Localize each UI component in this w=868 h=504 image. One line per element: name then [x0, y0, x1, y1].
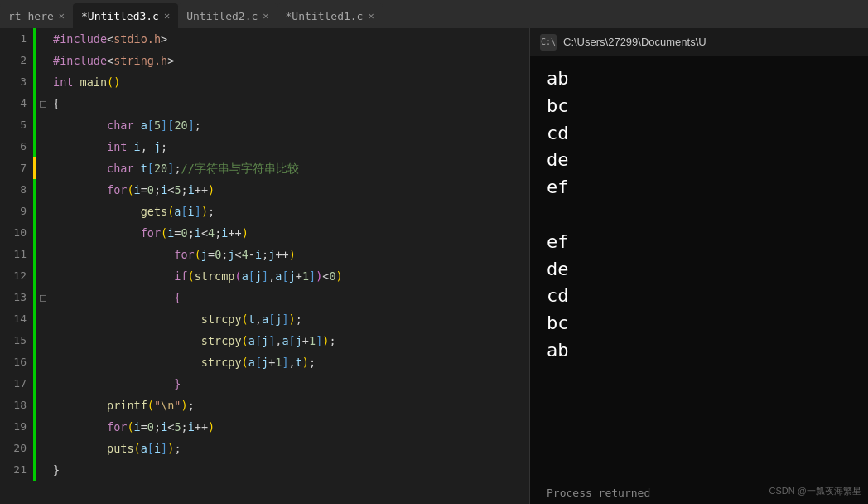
code-line-2: #include<string.h> [53, 50, 529, 71]
tab-start[interactable]: rt here ✕ [0, 3, 73, 28]
line-num-17: 17 [0, 373, 33, 395]
code-line-1: #include<stdio.h> [53, 28, 529, 50]
code-line-20: puts(a[i]); [53, 438, 529, 459]
code-line-7: char t[20];//字符串与字符串比较 [53, 158, 529, 179]
fold-7 [36, 158, 50, 179]
tab-start-close[interactable]: ✕ [59, 10, 65, 22]
code-line-17: } [53, 373, 529, 395]
line-num-3: 3 [0, 71, 33, 93]
fold-14 [36, 308, 50, 330]
terminal-icon: C:\ [540, 34, 557, 51]
code-line-9: gets(a[i]); [53, 201, 529, 222]
watermark: CSDN @一瓢夜海繁星 [769, 485, 861, 497]
line-num-14: 14 [0, 308, 33, 330]
tab-bar: rt here ✕ *Untitled3.c ✕ Untitled2.c ✕ *… [0, 0, 868, 28]
tab-untitled1[interactable]: *Untitled1.c ✕ [277, 3, 383, 28]
line-num-21: 21 [0, 459, 33, 481]
fold-19 [36, 416, 50, 438]
fold-3 [36, 71, 50, 93]
line-num-7: 7 [0, 158, 33, 179]
include-kw-1: #include [53, 32, 107, 46]
fold-4[interactable]: □ [36, 93, 50, 114]
line-num-12: 12 [0, 265, 33, 287]
main-fn: main [80, 75, 108, 89]
main-content: 1 2 3 4 5 6 7 8 9 10 11 12 13 14 15 16 1… [0, 28, 868, 504]
terminal-out-6: ef [547, 230, 851, 255]
terminal-out-3: cd [547, 121, 851, 147]
line-num-11: 11 [0, 244, 33, 265]
terminal-out-9: bc [547, 311, 851, 337]
line-num-4: 4 [0, 93, 33, 114]
process-returned-text: Process returned [547, 487, 650, 499]
tab-untitled2-close[interactable]: ✕ [263, 10, 268, 22]
terminal-out-1: ab [547, 66, 851, 92]
line-num-9: 9 [0, 201, 33, 222]
fold-17 [36, 373, 50, 395]
terminal-out-7: de [547, 257, 851, 283]
code-line-8: for(i=0;i<5;i++) [53, 179, 529, 201]
code-line-11: for(j=0;j<4-i;j++) [53, 244, 529, 265]
line-num-20: 20 [0, 438, 33, 459]
fold-8 [36, 179, 50, 201]
line-num-1: 1 [0, 28, 33, 50]
fold-18 [36, 395, 50, 416]
fold-13[interactable]: □ [36, 287, 50, 308]
tab-start-label: rt here [8, 10, 54, 22]
code-line-18: printf("\n"); [53, 395, 529, 416]
line-num-18: 18 [0, 395, 33, 416]
terminal-panel: C:\ C:\Users\27299\Documents\U ab bc cd … [530, 28, 868, 504]
fold-5 [36, 114, 50, 136]
fold-6 [36, 136, 50, 158]
fold-2 [36, 50, 50, 71]
fold-10 [36, 222, 50, 244]
include-kw-2: #include [53, 54, 107, 67]
fold-12 [36, 265, 50, 287]
line-num-16: 16 [0, 351, 33, 373]
code-line-16: strcpy(a[j+1],t); [53, 351, 529, 373]
line-numbers: 1 2 3 4 5 6 7 8 9 10 11 12 13 14 15 16 1… [0, 28, 33, 504]
terminal-title-text: C:\Users\27299\Documents\U [563, 36, 706, 48]
fold-11 [36, 244, 50, 265]
fold-15 [36, 330, 50, 351]
line-num-6: 6 [0, 136, 33, 158]
line-num-15: 15 [0, 330, 33, 351]
line-num-13: 13 [0, 287, 33, 308]
terminal-out-10: ab [547, 338, 851, 364]
terminal-out-2: bc [547, 94, 851, 119]
tab-untitled2[interactable]: Untitled2.c ✕ [178, 3, 277, 28]
fold-1 [36, 28, 50, 50]
code-content[interactable]: #include<stdio.h> #include<string.h> int… [50, 28, 529, 504]
code-line-13: { [53, 287, 529, 308]
code-line-10: for(i=0;i<4;i++) [53, 222, 529, 244]
fold-col: □ □ [36, 28, 50, 504]
line-num-8: 8 [0, 179, 33, 201]
line-num-2: 2 [0, 50, 33, 71]
tab-untitled1-close[interactable]: ✕ [368, 10, 374, 22]
code-line-21: } [53, 459, 529, 481]
code-line-12: if(strcmp(a[j],a[j+1])<0) [53, 265, 529, 287]
editor-panel: 1 2 3 4 5 6 7 8 9 10 11 12 13 14 15 16 1… [0, 28, 530, 504]
fold-16 [36, 351, 50, 373]
fold-21 [36, 459, 50, 481]
terminal-content: ab bc cd de ef ef de cd bc ab [530, 56, 868, 483]
fold-9 [36, 201, 50, 222]
tab-untitled1-label: *Untitled1.c [286, 10, 364, 22]
tab-untitled3-label: *Untitled3.c [81, 10, 159, 22]
terminal-out-blank [547, 202, 851, 228]
line-num-5: 5 [0, 114, 33, 136]
code-line-3: int main() [53, 71, 529, 93]
terminal-out-4: de [547, 148, 851, 173]
tab-untitled3-close[interactable]: ✕ [164, 10, 170, 22]
fold-20 [36, 438, 50, 459]
tab-untitled2-label: Untitled2.c [186, 10, 258, 22]
code-line-6: int i, j; [53, 136, 529, 158]
line-num-10: 10 [0, 222, 33, 244]
code-line-19: for(i=0;i<5;i++) [53, 416, 529, 438]
terminal-title-bar: C:\ C:\Users\27299\Documents\U [530, 28, 868, 56]
terminal-out-8: cd [547, 284, 851, 309]
code-line-5: char a[5][20]; [53, 114, 529, 136]
code-line-4: { [53, 93, 529, 114]
int-kw-3: int [53, 75, 73, 89]
code-line-15: strcpy(a[j],a[j+1]); [53, 330, 529, 351]
tab-untitled3[interactable]: *Untitled3.c ✕ [73, 3, 178, 28]
